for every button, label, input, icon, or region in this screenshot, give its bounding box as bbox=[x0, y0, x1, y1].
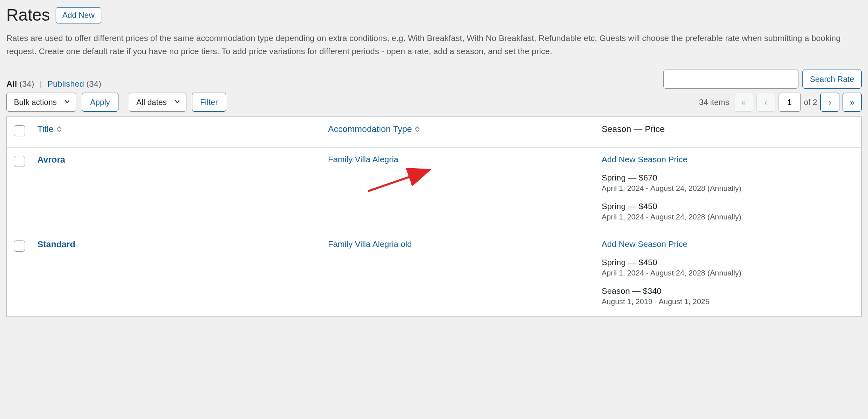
season-price-block: Spring — $670April 1, 2024 - August 24, … bbox=[602, 173, 856, 193]
page-last-button[interactable]: » bbox=[843, 93, 862, 112]
view-published-link[interactable]: Published bbox=[47, 79, 84, 88]
sort-icon bbox=[57, 126, 62, 132]
column-season-price-label: Season — Price bbox=[602, 124, 665, 134]
date-filter-label: All dates bbox=[136, 98, 167, 107]
table-row: AvroraFamily Villa AlegriaAdd New Season… bbox=[7, 147, 862, 232]
accommodation-link[interactable]: Family Villa Alegria old bbox=[328, 239, 412, 248]
row-select-checkbox[interactable] bbox=[14, 156, 25, 167]
chevron-down-icon bbox=[64, 98, 70, 107]
season-date-range: August 1, 2019 - August 1, 2025 bbox=[602, 297, 856, 306]
season-date-range: April 1, 2024 - August 24, 2028 (Annuall… bbox=[602, 269, 856, 277]
rate-title-link[interactable]: Standard bbox=[37, 239, 75, 249]
view-all-label: All bbox=[6, 79, 17, 88]
rates-table: Title Accommodation Type Season bbox=[6, 116, 862, 317]
season-price-line: Spring — $450 bbox=[602, 202, 856, 211]
intro-text: Rates are used to offer different prices… bbox=[6, 32, 862, 58]
season-date-range: April 1, 2024 - August 24, 2028 (Annuall… bbox=[602, 184, 856, 193]
season-date-range: April 1, 2024 - August 24, 2028 (Annuall… bbox=[602, 213, 856, 221]
select-all-checkbox[interactable] bbox=[14, 125, 25, 136]
accommodation-link[interactable]: Family Villa Alegria bbox=[328, 155, 398, 164]
search-button[interactable]: Search Rate bbox=[802, 70, 862, 89]
chevron-down-icon bbox=[174, 98, 180, 107]
row-select-checkbox[interactable] bbox=[14, 241, 25, 252]
bulk-actions-label: Bulk actions bbox=[14, 98, 57, 107]
apply-button[interactable]: Apply bbox=[82, 93, 118, 112]
page-prev-button: ‹ bbox=[756, 93, 775, 112]
pagination: « ‹ of 2 › » bbox=[734, 93, 862, 112]
season-price-block: Season — $340August 1, 2019 - August 1, … bbox=[602, 286, 856, 306]
add-season-price-link[interactable]: Add New Season Price bbox=[602, 239, 688, 248]
pagination-items-label: 34 items bbox=[699, 98, 729, 107]
page-title: Rates bbox=[6, 6, 50, 25]
season-price-line: Spring — $450 bbox=[602, 258, 856, 267]
bulk-actions-select[interactable]: Bulk actions bbox=[6, 93, 76, 112]
column-title-label: Title bbox=[37, 124, 54, 134]
add-new-button[interactable]: Add New bbox=[56, 7, 101, 23]
filter-button[interactable]: Filter bbox=[192, 93, 226, 112]
column-accommodation-header[interactable]: Accommodation Type bbox=[328, 124, 420, 134]
table-row: StandardFamily Villa Alegria oldAdd New … bbox=[7, 232, 862, 317]
column-accommodation-label: Accommodation Type bbox=[328, 124, 412, 134]
view-all-count: (34) bbox=[19, 79, 34, 88]
views-separator: | bbox=[40, 79, 42, 88]
rate-title-link[interactable]: Avrora bbox=[37, 155, 65, 165]
sort-icon bbox=[415, 126, 420, 132]
page-current-input[interactable] bbox=[779, 93, 801, 112]
season-price-line: Season — $340 bbox=[602, 286, 856, 296]
page-next-button[interactable]: › bbox=[820, 93, 839, 112]
season-price-line: Spring — $670 bbox=[602, 173, 856, 182]
add-season-price-link[interactable]: Add New Season Price bbox=[602, 155, 688, 164]
page-first-button: « bbox=[734, 93, 753, 112]
column-title-header[interactable]: Title bbox=[37, 124, 62, 134]
views-subsubsub: All (34) | Published (34) bbox=[6, 79, 101, 89]
search-input[interactable] bbox=[663, 70, 798, 89]
season-price-block: Spring — $450April 1, 2024 - August 24, … bbox=[602, 258, 856, 277]
page-of-label: of 2 bbox=[804, 98, 817, 107]
season-price-block: Spring — $450April 1, 2024 - August 24, … bbox=[602, 202, 856, 221]
date-filter-select[interactable]: All dates bbox=[129, 93, 186, 112]
view-published-count: (34) bbox=[86, 79, 101, 88]
